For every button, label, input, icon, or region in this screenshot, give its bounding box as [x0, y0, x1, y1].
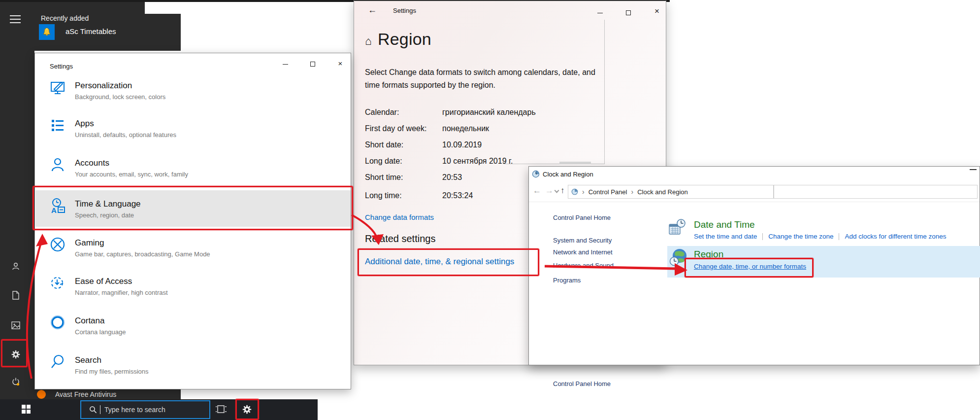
power-icon[interactable] [10, 376, 22, 387]
asc-timetables-icon[interactable] [39, 24, 55, 40]
row-value: 10.09.2019 [442, 140, 482, 149]
ease-of-access-icon [49, 275, 68, 293]
annotation-box-change-formats [685, 258, 814, 278]
settings-item-cortana[interactable]: Cortana Cortana language [34, 316, 351, 350]
annotation-box-time-language [33, 186, 353, 230]
nav-history-dropdown-icon[interactable] [555, 188, 559, 193]
change-data-formats-link[interactable]: Change data formats [365, 213, 434, 221]
row-value: 20:53:24 [442, 191, 473, 200]
task-view-icon[interactable] [216, 405, 227, 414]
window-title: Settings [393, 7, 416, 14]
intro-text-line1: Select Change data formats to switch amo… [365, 68, 595, 77]
control-panel-search-box[interactable] [774, 185, 978, 199]
sidebar-hardware-sound[interactable]: Hardware and Sound [553, 262, 614, 269]
start-menu-panel-extension [141, 14, 181, 51]
breadcrumb-clock-and-region[interactable]: Clock and Region [637, 188, 688, 196]
pictures-icon[interactable] [10, 319, 22, 331]
text-cursor [100, 405, 100, 414]
taskbar-search-box[interactable] [80, 400, 210, 419]
title-bar: Clock and Region [529, 167, 980, 181]
annotation-box-additional-settings [358, 248, 539, 276]
breadcrumb-control-panel[interactable]: Control Panel [588, 188, 627, 196]
row-value: григорианский календарь [442, 108, 536, 117]
date-and-time-heading[interactable]: Date and Time [694, 219, 755, 230]
nav-back-icon[interactable]: ← [533, 186, 541, 196]
intro-text-line2: time formats supported by the region. [365, 81, 495, 90]
related-settings-heading: Related settings [365, 233, 435, 245]
row-label: First day of week: [365, 124, 426, 133]
annotation-box-taskbar-gear [235, 399, 259, 420]
navigation-toolbar: ← → ↑ › Control Panel › Clock and Region [529, 181, 980, 202]
breadcrumb-separator-icon: › [582, 188, 585, 196]
sidebar-control-panel-home[interactable]: Control Panel Home [553, 214, 611, 221]
settings-item-personalization[interactable]: Personalization Background, lock screen,… [34, 81, 351, 115]
maximize-button[interactable] [624, 8, 633, 17]
cortana-icon [49, 314, 68, 333]
start-button[interactable] [22, 405, 31, 414]
accounts-icon [49, 156, 68, 175]
documents-icon[interactable] [10, 289, 22, 301]
maximize-button[interactable] [308, 59, 317, 68]
breadcrumb-separator-icon: › [631, 188, 633, 196]
minimize-button[interactable] [970, 169, 977, 170]
nav-up-icon[interactable]: ↑ [560, 186, 565, 196]
home-icon: ⌂ [365, 35, 372, 49]
row-label: Long time: [365, 191, 402, 200]
clock-region-icon [571, 188, 578, 195]
row-value: 10 сентября 2019 г. [442, 157, 513, 166]
bell-icon [42, 27, 52, 37]
row-value: понедельник [442, 124, 489, 133]
background-window-edge [604, 20, 605, 164]
sidebar-control-panel-home[interactable]: Control Panel Home [553, 380, 611, 387]
xbox-icon [49, 236, 68, 255]
hamburger-menu-icon[interactable] [10, 15, 21, 23]
clock-region-icon [532, 170, 540, 178]
nav-forward-icon[interactable]: → [545, 186, 554, 196]
sidebar-programs[interactable]: Programs [553, 277, 581, 284]
avast-icon[interactable] [37, 390, 46, 399]
apps-icon [49, 117, 68, 136]
page-title: Region [378, 30, 431, 49]
link-divider [839, 233, 839, 240]
search-icon [49, 353, 68, 372]
set-time-date-link[interactable]: Set the time and date [694, 233, 757, 240]
user-icon[interactable] [10, 260, 22, 272]
address-bar[interactable]: › Control Panel › Clock and Region [568, 185, 774, 199]
personalization-icon [49, 79, 68, 98]
minimize-button[interactable] [595, 8, 604, 17]
row-label: Short time: [365, 173, 403, 182]
sidebar-network-internet[interactable]: Network and Internet [553, 248, 613, 256]
row-value: 20:53 [442, 173, 462, 182]
date-time-links: Set the time and date Change the time zo… [694, 233, 947, 240]
window-title: Clock and Region [543, 171, 593, 178]
settings-item-ease-of-access[interactable]: Ease of Access Narrator, magnifier, high… [34, 277, 351, 311]
back-icon[interactable]: ← [368, 5, 377, 15]
date-time-icon [668, 218, 686, 237]
window-title: Settings [50, 63, 73, 70]
taskbar-search-input[interactable] [104, 406, 198, 414]
settings-item-gaming[interactable]: Gaming Game bar, captures, broadcasting,… [34, 238, 351, 273]
link-divider [762, 233, 763, 240]
minimize-button[interactable] [281, 59, 290, 68]
recently-added-heading: Recently added [41, 14, 89, 22]
change-time-zone-link[interactable]: Change the time zone [768, 233, 833, 240]
settings-item-apps[interactable]: Apps Uninstall, defaults, optional featu… [34, 119, 351, 153]
close-button[interactable]: × [653, 7, 661, 16]
sidebar-system-security[interactable]: System and Security [553, 237, 612, 244]
avast-label[interactable]: Avast Free Antivirus [55, 390, 116, 398]
row-label: Calendar: [365, 108, 399, 117]
background-window-artifact [559, 162, 591, 164]
search-icon [89, 406, 97, 414]
desktop: { "colors": { "accent": "#0078d7", "anno… [0, 0, 980, 420]
row-label: Long date: [365, 157, 402, 166]
close-button[interactable]: × [336, 59, 345, 68]
annotation-box-start-gear [1, 339, 28, 367]
row-label: Short date: [365, 140, 403, 149]
settings-item-search[interactable]: Search Find my files, permissions [34, 355, 351, 390]
add-clocks-link[interactable]: Add clocks for different time zones [845, 233, 946, 240]
asc-timetables-label[interactable]: aSc Timetables [65, 27, 116, 35]
